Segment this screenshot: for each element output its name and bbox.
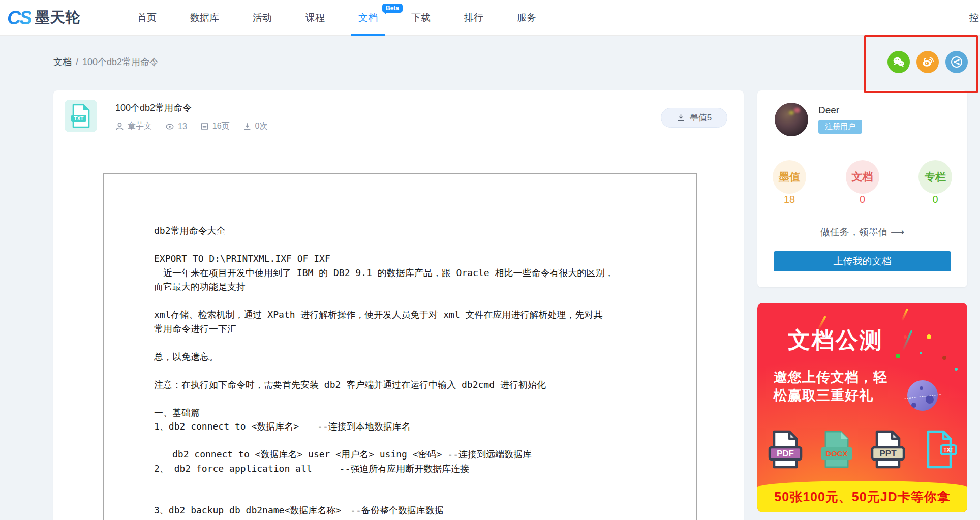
document-text-line: 1、db2 connect to <数据库名> --连接到本地数据库名 <box>154 419 668 434</box>
share-icon <box>950 55 963 69</box>
earn-mo-value-link[interactable]: 做任务，领墨值 ⟶ <box>757 226 967 239</box>
ad-subtitle-line2: 松赢取三重好礼 <box>774 386 873 405</box>
document-text-line: 注意：在执行如下命令时，需要首先安装 db2 客户端并通过在运行中输入 db2c… <box>154 378 668 392</box>
document-text-line <box>154 294 668 308</box>
user-stat-values: 18 0 0 <box>757 194 967 205</box>
stat-columns-count: 0 <box>918 194 952 205</box>
breadcrumb: 文档/100个db2常用命令 <box>53 56 159 68</box>
weibo-share-button[interactable] <box>916 51 939 73</box>
breadcrumb-separator: / <box>76 57 78 67</box>
download-mo-value-button[interactable]: 墨值5 <box>661 108 727 128</box>
nav-item-docs[interactable]: 文档 Beta <box>342 0 394 36</box>
document-text-line <box>154 391 668 406</box>
docx-file-icon: DOCX <box>819 429 854 470</box>
pages-count: 16页 <box>212 121 230 132</box>
stat-mo-value: 墨值 <box>773 160 806 194</box>
generic-share-button[interactable] <box>945 51 968 73</box>
page: CS 墨天轮 首页 数据库 活动 课程 文档 Beta 下载 排行 服务 控 文… <box>0 0 980 520</box>
views-count: 13 <box>178 122 187 131</box>
ad-footer-bar: 50张100元、50元JD卡等你拿 <box>757 481 967 512</box>
user-stats: 墨值 文档 专栏 <box>757 160 967 194</box>
share-buttons <box>887 51 968 73</box>
document-text-line: 近一年来在项目开发中使用到了 IBM 的 DB2 9.1 的数据库产品，跟 Or… <box>154 266 668 280</box>
document-text-line: db2 connect to <数据库名> user <用户名> using <… <box>154 447 668 462</box>
svg-text:PDF: PDF <box>777 449 794 458</box>
pdf-file-icon: PDF <box>768 429 803 470</box>
document-beta-ad-banner[interactable]: 文档公测 邀您上传文档，轻 松赢取三重好礼 PDF DOCX <box>757 303 967 512</box>
download-icon <box>677 113 685 122</box>
user-icon <box>115 122 124 131</box>
breadcrumb-current: 100个db2常用命令 <box>82 57 159 67</box>
weibo-icon <box>921 55 934 69</box>
comet-decoration <box>901 308 908 321</box>
nav-item-docs-label: 文档 <box>358 11 378 24</box>
nav-item-console-partial[interactable]: 控 <box>969 0 979 36</box>
eye-icon <box>165 122 174 131</box>
planet-illustration <box>907 380 938 411</box>
document-preview-page: db2常用命令大全EXPORT TO D:\PRINTXML.IXF OF IX… <box>103 173 697 520</box>
nav-item-ranking[interactable]: 排行 <box>447 0 500 36</box>
stat-documents: 文档 <box>846 160 879 194</box>
document-text-line <box>154 475 668 490</box>
user-role-badge: 注册用户 <box>818 120 862 134</box>
active-tab-underline <box>351 34 385 36</box>
document-text-line: 3、db2 backup db db2name<数据库名称> --备份整个数据库… <box>154 503 668 517</box>
stat-documents-count: 0 <box>846 194 879 205</box>
document-text-line: db2常用命令大全 <box>154 224 668 238</box>
wechat-icon <box>892 55 905 69</box>
txt-file-icon-ad: TXT <box>922 429 957 470</box>
breadcrumb-docs-link[interactable]: 文档 <box>53 57 72 67</box>
svg-text:TXT: TXT <box>944 447 954 453</box>
document-text-line: 一、基础篇 <box>154 406 668 420</box>
document-text-line <box>154 335 668 350</box>
document-meta: 章芋文 13 16页 0次 <box>115 121 268 132</box>
user-name[interactable]: Deer <box>818 105 839 116</box>
dot-decoration <box>955 368 958 371</box>
wechat-share-button[interactable] <box>887 51 910 73</box>
document-text-line <box>154 363 668 378</box>
dot-decoration <box>942 356 946 360</box>
stat-columns: 专栏 <box>918 160 952 194</box>
author-item: 章芋文 <box>115 121 152 132</box>
downloads-item: 0次 <box>243 121 268 132</box>
nav-item-activity[interactable]: 活动 <box>236 0 289 36</box>
ad-subtitle-line1: 邀您上传文档，轻 <box>774 368 887 386</box>
document-card: TXT 100个db2常用命令 章芋文 13 16页 <box>53 90 744 520</box>
download-button-label: 墨值5 <box>690 112 712 124</box>
comet-decoration <box>902 330 913 351</box>
upload-document-button[interactable]: 上传我的文档 <box>774 251 951 271</box>
page-icon <box>200 122 209 131</box>
svg-text:DOCX: DOCX <box>825 449 847 458</box>
document-text-line: EXPORT TO D:\PRINTXML.IXF OF IXF <box>154 252 668 266</box>
logo-text: 墨天轮 <box>35 8 81 28</box>
nav-item-database[interactable]: 数据库 <box>173 0 236 36</box>
views-item: 13 <box>165 122 187 131</box>
dot-decoration <box>920 352 922 354</box>
ad-footer-text: 50张100元、50元JD卡等你拿 <box>774 488 950 505</box>
download-icon <box>243 122 252 131</box>
document-text-line: 2、 db2 force application all --强迫所有应用断开数… <box>154 462 668 476</box>
top-nav: CS 墨天轮 首页 数据库 活动 课程 文档 Beta 下载 排行 服务 控 <box>0 0 980 36</box>
document-title: 100个db2常用命令 <box>115 102 192 114</box>
ppt-file-icon: PPT <box>870 429 906 470</box>
nav-item-service[interactable]: 服务 <box>500 0 553 36</box>
document-text-line: 总，以免遗忘。 <box>154 350 668 364</box>
nav-item-course[interactable]: 课程 <box>289 0 342 36</box>
author-name[interactable]: 章芋文 <box>128 121 152 132</box>
nav-item-download[interactable]: 下载 <box>394 0 447 36</box>
logo-cs-icon: CS <box>7 7 31 29</box>
nav-item-home[interactable]: 首页 <box>120 0 173 36</box>
user-avatar[interactable] <box>775 103 808 136</box>
document-text-line: 常用命令进行一下汇 <box>154 322 668 336</box>
user-card: Deer 注册用户 墨值 文档 专栏 18 0 0 做任务，领墨值 ⟶ 上传我的… <box>757 90 967 287</box>
dot-decoration <box>927 334 931 339</box>
txt-label: TXT <box>74 116 84 121</box>
nav-menu: 首页 数据库 活动 课程 文档 Beta 下载 排行 服务 <box>120 0 553 36</box>
ad-file-type-icons: PDF DOCX PPT <box>757 429 967 470</box>
txt-file-icon: TXT <box>65 100 97 132</box>
stat-mo-value-count: 18 <box>773 194 806 205</box>
document-text-line <box>154 434 668 448</box>
document-text-line <box>154 490 668 504</box>
ad-title: 文档公测 <box>788 325 883 355</box>
site-logo[interactable]: CS 墨天轮 <box>7 0 81 36</box>
